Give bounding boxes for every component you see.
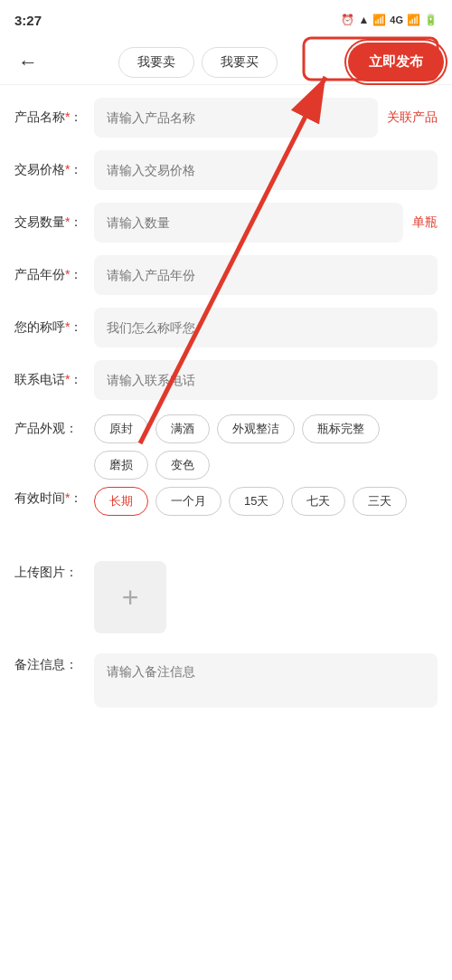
validity-tag-0[interactable]: 长期 bbox=[94, 487, 148, 516]
notes-input[interactable] bbox=[94, 653, 438, 708]
validity-tags: 长期 一个月 15天 七天 三天 bbox=[94, 481, 438, 516]
price-row: 交易价格*： bbox=[14, 145, 438, 195]
back-button[interactable]: ← bbox=[11, 47, 45, 78]
status-time: 3:27 bbox=[14, 13, 42, 28]
validity-label: 有效时间*： bbox=[14, 481, 94, 507]
status-bar: 3:27 ⏰ ▲ 📶 4G 📶 🔋 bbox=[0, 0, 452, 40]
notes-row: 备注信息： bbox=[14, 648, 438, 720]
add-icon: + bbox=[122, 581, 139, 614]
quantity-input-row: 单瓶 bbox=[94, 203, 438, 243]
year-label: 产品年份*： bbox=[14, 266, 94, 284]
product-name-row: 产品名称*： 关联产品 bbox=[14, 92, 438, 143]
price-input[interactable] bbox=[94, 150, 438, 190]
quantity-label: 交易数量*： bbox=[14, 214, 94, 232]
appearance-tag-0[interactable]: 原封 bbox=[94, 414, 148, 443]
appearance-tag-2[interactable]: 外观整洁 bbox=[217, 414, 295, 443]
signal-icon: 📶 bbox=[372, 14, 386, 26]
upload-box[interactable]: + bbox=[94, 561, 166, 633]
unit-link[interactable]: 单瓶 bbox=[412, 214, 438, 231]
status-icons: ⏰ ▲ 📶 4G 📶 🔋 bbox=[341, 14, 438, 26]
product-name-label: 产品名称*： bbox=[14, 109, 94, 127]
validity-tag-4[interactable]: 三天 bbox=[353, 487, 407, 516]
year-row: 产品年份*： bbox=[14, 250, 438, 300]
appearance-tags: 原封 满酒 外观整洁 瓶标完整 磨损 变色 bbox=[94, 414, 438, 480]
quantity-input[interactable] bbox=[94, 203, 403, 243]
product-name-input-row: 关联产品 bbox=[94, 98, 438, 138]
phone-input[interactable] bbox=[94, 360, 438, 400]
form-area: 产品名称*： 关联产品 交易价格*： 交易数量*： 单瓶 产品年份*： 您的称呼 bbox=[0, 85, 452, 740]
alarm-icon: ⏰ bbox=[341, 14, 354, 26]
nav-tabs: 我要卖 我要买 bbox=[54, 47, 342, 78]
notes-label: 备注信息： bbox=[14, 648, 94, 673]
appearance-tag-3[interactable]: 瓶标完整 bbox=[302, 414, 380, 443]
tab-sell[interactable]: 我要卖 bbox=[118, 47, 194, 78]
nickname-label: 您的称呼*： bbox=[14, 319, 94, 337]
appearance-tag-4[interactable]: 磨损 bbox=[94, 451, 148, 480]
phone-row: 联系电话*： bbox=[14, 355, 438, 405]
wifi-icon: ▲ bbox=[358, 14, 369, 26]
appearance-tag-1[interactable]: 满酒 bbox=[155, 414, 210, 443]
upload-label: 上传图片： bbox=[14, 556, 94, 581]
nickname-input[interactable] bbox=[94, 308, 438, 347]
validity-tag-2[interactable]: 15天 bbox=[229, 487, 284, 516]
year-input[interactable] bbox=[94, 255, 438, 295]
4g-icon: 4G bbox=[390, 14, 403, 25]
validity-row: 有效时间*： 长期 一个月 15天 七天 三天 bbox=[14, 481, 438, 554]
phone-label: 联系电话*： bbox=[14, 371, 94, 389]
battery-icon: 🔋 bbox=[424, 14, 438, 26]
upload-row: 上传图片： + bbox=[14, 556, 438, 646]
publish-button[interactable]: 立即发布 bbox=[351, 45, 441, 79]
nav-bar: ← 我要卖 我要买 立即发布 bbox=[0, 40, 452, 85]
quantity-row: 交易数量*： 单瓶 bbox=[14, 197, 438, 248]
product-name-input[interactable] bbox=[94, 98, 378, 138]
tab-buy[interactable]: 我要买 bbox=[202, 47, 278, 78]
nickname-row: 您的称呼*： bbox=[14, 302, 438, 353]
appearance-tag-5[interactable]: 变色 bbox=[155, 451, 210, 480]
price-label: 交易价格*： bbox=[14, 161, 94, 179]
validity-tag-3[interactable]: 七天 bbox=[291, 487, 345, 516]
appearance-label: 产品外观： bbox=[14, 414, 94, 438]
associated-product-link[interactable]: 关联产品 bbox=[387, 109, 438, 126]
signal2-icon: 📶 bbox=[407, 14, 420, 26]
validity-tag-1[interactable]: 一个月 bbox=[155, 487, 221, 516]
appearance-row: 产品外观： 原封 满酒 外观整洁 瓶标完整 磨损 变色 bbox=[14, 407, 438, 480]
